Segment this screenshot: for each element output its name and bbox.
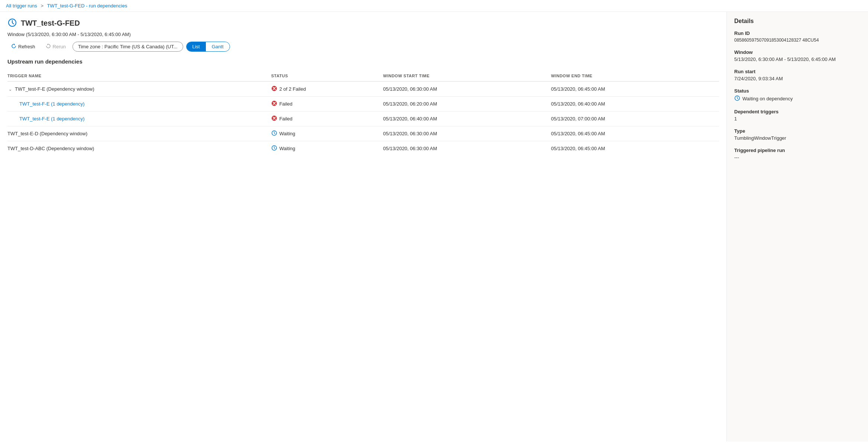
status-cell: Failed <box>271 111 383 126</box>
waiting-icon <box>271 130 277 137</box>
col-status: STATUS <box>271 71 383 81</box>
trigger-link[interactable]: TWT_test-F-E (1 dependency) <box>19 116 85 122</box>
window-group: Window 5/13/2020, 6:30:00 AM - 5/13/2020… <box>734 49 861 62</box>
refresh-label: Refresh <box>18 44 35 49</box>
breadcrumb-separator: > <box>41 3 43 9</box>
window-end-cell: 05/13/2020, 06:45:00 AM <box>551 126 719 141</box>
col-trigger-name: TRIGGER NAME <box>7 71 271 81</box>
window-end-cell: 05/13/2020, 06:40:00 AM <box>551 97 719 111</box>
run-start-group: Run start 7/24/2020, 9:03:34 AM <box>734 69 861 81</box>
triggered-pipeline-value: --- <box>734 155 861 160</box>
table-row: TWT_test-E-D (Dependency window) Waiting… <box>7 126 719 141</box>
window-end-cell: 05/13/2020, 07:00:00 AM <box>551 111 719 126</box>
run-id-value: 085860597507091853004128327 48CU54 <box>734 38 861 43</box>
window-subtitle: Window (5/13/2020, 6:30:00 AM - 5/13/202… <box>7 32 719 37</box>
status-text: Failed <box>279 101 292 107</box>
timezone-label: Time zone : Pacific Time (US & Canada) (… <box>78 44 178 49</box>
rerun-label: Rerun <box>53 44 66 49</box>
table-header-row: TRIGGER NAME STATUS WINDOW START TIME WI… <box>7 71 719 81</box>
window-start-cell: 05/13/2020, 06:30:00 AM <box>383 141 551 156</box>
gantt-view-button[interactable]: Gantt <box>206 42 230 51</box>
run-id-group: Run ID 085860597507091853004128327 48CU5… <box>734 30 861 43</box>
section-title: Upstream run dependencies <box>7 58 719 65</box>
trigger-link[interactable]: TWT_test-F-E (1 dependency) <box>19 101 85 107</box>
status-value-container: Waiting on dependency <box>734 95 861 102</box>
status-cell: 2 of 2 Failed <box>271 81 383 97</box>
refresh-button[interactable]: Refresh <box>7 42 39 52</box>
window-end-cell: 05/13/2020, 06:45:00 AM <box>551 81 719 97</box>
page-title: TWT_test-G-FED <box>21 19 80 28</box>
breadcrumb-current: TWT_test-G-FED - run dependencies <box>47 3 127 9</box>
toolbar: Refresh Rerun Time zone : Pacific Time (… <box>7 42 719 52</box>
col-window-start: WINDOW START TIME <box>383 71 551 81</box>
table-row: TWT_test-D-ABC (Dependency window) Waiti… <box>7 141 719 156</box>
window-value: 5/13/2020, 6:30:00 AM - 5/13/2020, 6:45:… <box>734 56 861 62</box>
status-group: Status Waiting on dependency <box>734 88 861 102</box>
status-cell: Waiting <box>271 141 383 156</box>
triggered-pipeline-label: Triggered pipeline run <box>734 148 861 153</box>
header-clock-icon <box>7 18 17 29</box>
trigger-name-cell: ⌄TWT_test-F-E (Dependency window) <box>7 81 271 97</box>
trigger-name: TWT_test-F-E (Dependency window) <box>15 86 94 92</box>
trigger-name: TWT_test-E-D (Dependency window) <box>7 131 87 136</box>
type-group: Type TumblingWindowTrigger <box>734 128 861 141</box>
trigger-name: TWT_test-D-ABC (Dependency window) <box>7 146 94 151</box>
status-clock-icon <box>734 95 740 102</box>
failed-icon <box>271 85 277 93</box>
dependent-triggers-label: Dependent triggers <box>734 109 861 114</box>
status-label: Status <box>734 88 861 94</box>
run-start-label: Run start <box>734 69 861 74</box>
breadcrumb: All trigger runs > TWT_test-G-FED - run … <box>0 0 868 12</box>
status-cell: Failed <box>271 97 383 111</box>
refresh-icon <box>11 43 16 50</box>
waiting-icon <box>271 145 277 152</box>
window-start-cell: 05/13/2020, 06:30:00 AM <box>383 81 551 97</box>
dependencies-table: TRIGGER NAME STATUS WINDOW START TIME WI… <box>7 71 719 156</box>
trigger-name-cell: TWT_test-D-ABC (Dependency window) <box>7 141 271 156</box>
window-start-cell: 05/13/2020, 06:20:00 AM <box>383 97 551 111</box>
page-header: TWT_test-G-FED <box>7 18 719 29</box>
table-row: ⌄TWT_test-F-E (Dependency window) 2 of 2… <box>7 81 719 97</box>
col-window-end: WINDOW END TIME <box>551 71 719 81</box>
dependent-triggers-value: 1 <box>734 116 861 122</box>
window-start-cell: 05/13/2020, 06:30:00 AM <box>383 126 551 141</box>
table-row: TWT_test-F-E (1 dependency) Failed05/13/… <box>7 97 719 111</box>
timezone-button[interactable]: Time zone : Pacific Time (US & Canada) (… <box>72 42 183 52</box>
type-value: TumblingWindowTrigger <box>734 135 861 141</box>
status-text: 2 of 2 Failed <box>279 86 306 92</box>
breadcrumb-parent[interactable]: All trigger runs <box>6 3 37 9</box>
run-start-value: 7/24/2020, 9:03:34 AM <box>734 76 861 81</box>
right-panel: Details Run ID 0858605975070918530041283… <box>727 12 868 442</box>
type-label: Type <box>734 128 861 134</box>
triggered-pipeline-group: Triggered pipeline run --- <box>734 148 861 160</box>
chevron-icon: ⌄ <box>7 87 13 92</box>
details-title: Details <box>734 18 861 25</box>
left-panel: TWT_test-G-FED Window (5/13/2020, 6:30:0… <box>0 12 727 442</box>
window-start-cell: 05/13/2020, 06:40:00 AM <box>383 111 551 126</box>
rerun-icon <box>46 43 51 50</box>
view-toggle: List Gantt <box>186 42 230 52</box>
failed-icon <box>271 115 277 122</box>
status-cell: Waiting <box>271 126 383 141</box>
failed-icon <box>271 100 277 107</box>
window-end-cell: 05/13/2020, 06:45:00 AM <box>551 141 719 156</box>
status-text: Waiting <box>279 131 295 136</box>
status-text: Failed <box>279 116 292 122</box>
list-view-button[interactable]: List <box>187 42 206 51</box>
table-row: TWT_test-F-E (1 dependency) Failed05/13/… <box>7 111 719 126</box>
rerun-button[interactable]: Rerun <box>42 42 69 52</box>
run-id-label: Run ID <box>734 30 861 36</box>
trigger-name-cell: TWT_test-F-E (1 dependency) <box>7 97 271 111</box>
dependent-triggers-group: Dependent triggers 1 <box>734 109 861 122</box>
status-value: Waiting on dependency <box>742 96 793 101</box>
trigger-name-cell: TWT_test-F-E (1 dependency) <box>7 111 271 126</box>
status-text: Waiting <box>279 146 295 151</box>
trigger-name-cell: TWT_test-E-D (Dependency window) <box>7 126 271 141</box>
window-label: Window <box>734 49 861 55</box>
